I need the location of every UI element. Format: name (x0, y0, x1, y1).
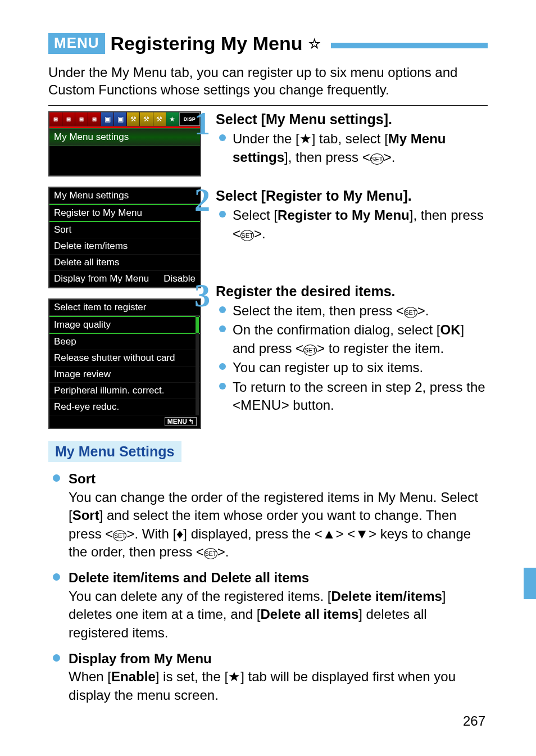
menu-row-selected: Image quality (49, 316, 200, 334)
menu-badge: MENU (48, 33, 105, 54)
step-3-bullet: To return to the screen in step 2, press… (216, 378, 488, 415)
set-button-icon: SET (204, 548, 217, 559)
camera-screen-1: ◙ ◙ ◙ ◙ ▣ ▣ ⚒ ⚒ ⚒ ★ DISP My Menu setting… (48, 111, 201, 176)
menu-row: Release shutter without card (49, 350, 200, 366)
camera-screen-3: Select item to register Image quality Be… (48, 298, 201, 429)
step-3-bullet: Select the item, then press <SET>. (216, 302, 488, 320)
menu-back-button: MENU↰ (165, 417, 197, 426)
set-button-icon: SET (370, 153, 384, 165)
side-index-tab (524, 568, 536, 599)
intro-text: Under the My Menu tab, you can register … (48, 64, 488, 98)
down-arrow-icon: ▼ (355, 526, 369, 541)
camera-tab-icon: ◙ (62, 112, 75, 126)
up-arrow-icon: ▲ (322, 526, 336, 541)
tab-strip: ◙ ◙ ◙ ◙ ▣ ▣ ⚒ ⚒ ⚒ ★ DISP (49, 112, 200, 126)
menu-row: Beep (49, 334, 200, 350)
screen2-header: My Menu settings (49, 188, 200, 204)
step-1: 1 Select [My Menu settings]. Under the [… (216, 111, 488, 166)
page-number: 267 (463, 713, 485, 729)
wrench-tab-icon: ⚒ (140, 112, 153, 126)
step-3-title: Register the desired items. (216, 283, 488, 300)
scrollbar-thumb (196, 317, 199, 333)
page-title: Registering My Menu (111, 33, 303, 55)
menu-row-selected: Register to My Menu (49, 204, 200, 222)
menu-row: Red-eye reduc. (49, 399, 200, 415)
camera-tab-icon: ◙ (49, 112, 62, 126)
star-icon: ☆ (308, 36, 321, 52)
back-arrow-icon: ↰ (188, 418, 194, 425)
empty-area (49, 146, 200, 175)
playback-tab-icon: ▣ (114, 112, 127, 126)
separator (48, 105, 488, 106)
menu-row: Delete all items (49, 255, 200, 271)
star-icon: ★ (228, 669, 240, 684)
menu-row-selected: My Menu settings (49, 128, 200, 146)
step-2-title: Select [Register to My Menu]. (216, 188, 488, 204)
step-number-2: 2 (194, 182, 210, 218)
camera-tab-icon: ◙ (88, 112, 101, 126)
setting-delete: Delete item/items and Delete all items Y… (48, 569, 488, 642)
camera-tab-icon: ◙ (75, 112, 88, 126)
step-3: 3 Register the desired items. Select the… (216, 283, 488, 414)
step-number-3: 3 (194, 278, 210, 314)
menu-row: Peripheral illumin. correct. (49, 383, 200, 399)
wrench-tab-icon: ⚒ (127, 112, 140, 126)
playback-tab-icon: ▣ (101, 112, 114, 126)
page-title-row: MENU Registering My Menu ☆ (48, 33, 488, 55)
set-button-icon: SET (113, 530, 126, 541)
screen3-header: Select item to register (49, 300, 200, 316)
wrench-tab-icon: ⚒ (153, 112, 166, 126)
title-rule (331, 43, 488, 48)
star-icon: ★ (299, 131, 312, 146)
step-3-bullet: You can register up to six items. (216, 359, 488, 377)
step-1-bullet: Under the [★] tab, select [My Menu setti… (216, 130, 488, 166)
menu-row: Sort (49, 222, 200, 238)
menu-row: Delete item/items (49, 238, 200, 255)
set-button-icon: SET (303, 345, 317, 356)
camera-screen-2: My Menu settings Register to My Menu Sor… (48, 187, 201, 288)
step-2-bullet: Select [Register to My Menu], then press… (216, 206, 488, 243)
step-3-bullet: On the confirmation dialog, select [OK] … (216, 321, 488, 357)
set-button-icon: SET (240, 230, 254, 241)
updown-icon: ♦ (176, 526, 183, 541)
menu-row: Display from My MenuDisable (49, 271, 200, 287)
menu-row: Image review (49, 366, 200, 383)
star-tab-icon: ★ (166, 112, 179, 126)
setting-sort: Sort You can change the order of the reg… (48, 470, 488, 561)
subsection-heading: My Menu Settings (48, 441, 181, 462)
set-button-icon: SET (404, 307, 417, 318)
step-1-title: Select [My Menu settings]. (216, 111, 488, 128)
step-number-1: 1 (194, 106, 210, 142)
setting-display: Display from My Menu When [Enable] is se… (48, 650, 488, 704)
step-2: 2 Select [Register to My Menu]. Select [… (216, 188, 488, 243)
